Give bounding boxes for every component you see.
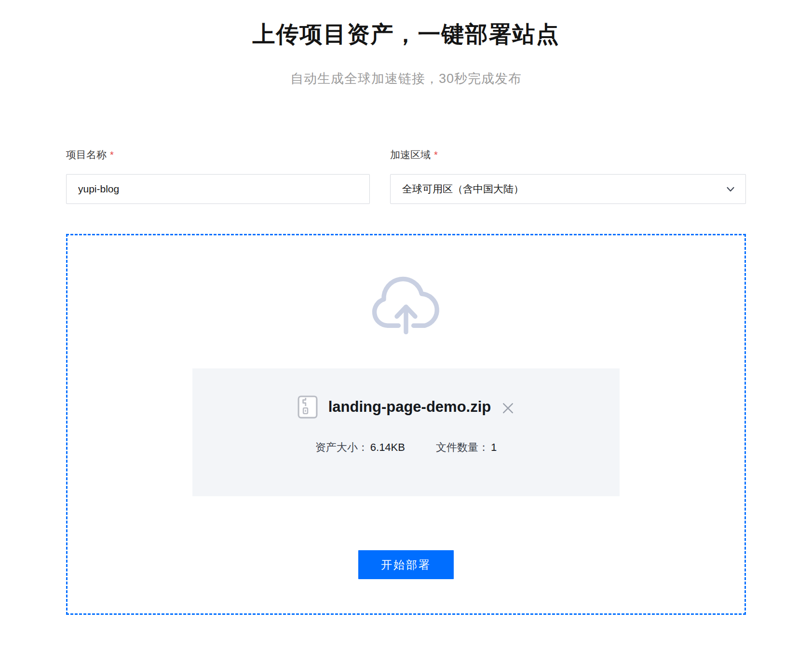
region-label-text: 加速区域: [390, 149, 431, 160]
file-count-stat: 文件数量：1: [436, 440, 497, 455]
asset-size-stat: 资产大小：6.14KB: [315, 440, 405, 455]
project-name-label: 项目名称*: [66, 148, 370, 162]
project-name-input[interactable]: [66, 174, 370, 204]
file-count-label: 文件数量：: [436, 441, 489, 453]
zip-file-icon: [298, 395, 318, 419]
form-row: 项目名称* 加速区域* 全球可用区（含中国大陆）: [66, 148, 746, 204]
required-asterisk: *: [110, 149, 114, 160]
file-row: landing-page-demo.zip: [298, 395, 515, 419]
close-icon[interactable]: [501, 402, 514, 415]
region-label: 加速区域*: [390, 148, 746, 162]
asset-size-value: 6.14KB: [370, 441, 405, 453]
asset-size-label: 资产大小：: [315, 441, 368, 453]
file-info-panel: landing-page-demo.zip 资产大小：6.14KB 文件数量：1: [192, 368, 620, 496]
project-name-field: 项目名称*: [66, 148, 370, 204]
required-asterisk: *: [434, 149, 438, 160]
region-select[interactable]: 全球可用区（含中国大陆）: [390, 174, 746, 204]
page-subtitle: 自动生成全球加速链接，30秒完成发布: [66, 70, 746, 87]
region-select-value: 全球可用区（含中国大陆）: [402, 182, 524, 196]
upload-dropzone[interactable]: landing-page-demo.zip 资产大小：6.14KB 文件数量：1…: [66, 234, 746, 615]
file-stats: 资产大小：6.14KB 文件数量：1: [315, 440, 497, 455]
file-count-value: 1: [491, 441, 497, 453]
cloud-upload-icon: [369, 275, 443, 338]
page-title: 上传项目资产，一键部署站点: [66, 19, 746, 50]
project-name-label-text: 项目名称: [66, 149, 107, 160]
region-field: 加速区域* 全球可用区（含中国大陆）: [390, 148, 746, 204]
deploy-page: 上传项目资产，一键部署站点 自动生成全球加速链接，30秒完成发布 项目名称* 加…: [66, 0, 746, 615]
deploy-button[interactable]: 开始部署: [358, 550, 454, 579]
file-name: landing-page-demo.zip: [328, 398, 491, 416]
chevron-down-icon: [725, 184, 736, 194]
